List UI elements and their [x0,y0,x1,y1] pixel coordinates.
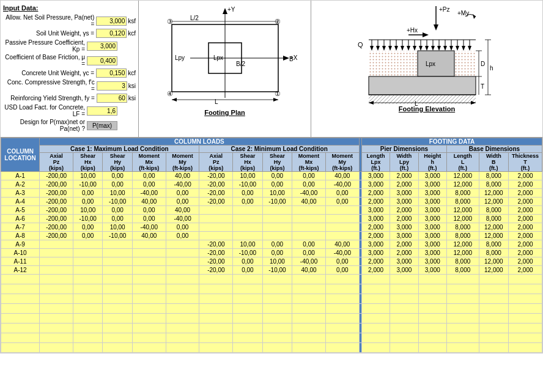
c2-pz[interactable] [199,223,233,232]
empty-cell[interactable] [292,304,326,314]
c1-mx[interactable]: -40,00 [132,223,166,232]
pier-lpx[interactable]: 3,000 [361,215,390,223]
empty-cell[interactable] [73,324,102,333]
pier-lpx[interactable]: 2,000 [361,198,390,206]
empty-cell[interactable] [292,343,326,353]
empty-cell[interactable] [166,314,199,324]
empty-cell[interactable] [40,284,73,294]
base-l[interactable]: 12,000 [446,180,479,189]
pier-lpx[interactable]: 3,000 [361,206,390,215]
c2-pz[interactable]: -20,00 [199,266,233,275]
empty-cell[interactable] [73,314,102,324]
base-l[interactable]: 12,000 [446,172,479,180]
base-b[interactable]: 12,000 [479,232,508,240]
c1-mx[interactable]: 40,00 [132,198,166,206]
c1-hy[interactable]: 10,00 [103,223,132,232]
pier-lpx[interactable]: 3,000 [361,172,390,180]
empty-cell[interactable] [418,294,446,304]
empty-cell[interactable] [233,304,262,314]
pier-h[interactable]: 3,000 [418,232,446,240]
c1-my[interactable] [166,257,199,266]
empty-cell[interactable] [418,304,446,314]
pier-lpy[interactable]: 2,000 [390,206,418,215]
c2-mx[interactable] [292,223,326,232]
c2-mx[interactable]: 0,00 [292,180,326,189]
pier-h[interactable]: 3,000 [418,189,446,198]
empty-cell[interactable] [361,314,390,324]
empty-cell[interactable] [418,324,446,333]
c2-mx[interactable]: -40,00 [292,189,326,198]
empty-cell[interactable] [199,314,233,324]
empty-cell[interactable] [509,284,542,294]
empty-cell[interactable] [262,294,292,304]
input-gamma-c[interactable] [96,68,127,78]
empty-cell[interactable] [325,284,359,294]
empty-cell[interactable] [166,333,199,343]
c2-my[interactable]: 0,00 [325,257,359,266]
c1-hx[interactable]: 10,00 [73,206,102,215]
empty-cell[interactable] [199,284,233,294]
empty-cell[interactable] [509,343,542,353]
empty-cell[interactable] [292,333,326,343]
c1-hx[interactable] [73,266,102,275]
c1-hx[interactable]: 10,00 [73,172,102,180]
c1-hx[interactable] [73,257,102,266]
base-t[interactable]: 2,000 [509,215,542,223]
pier-lpx[interactable]: 3,000 [361,180,390,189]
c2-my[interactable]: -40,00 [325,249,359,257]
c1-my[interactable]: 40,00 [166,206,199,215]
empty-cell[interactable] [361,284,390,294]
c1-mx[interactable] [132,266,166,275]
c1-pz[interactable]: -200,00 [40,198,73,206]
pier-lpy[interactable]: 3,000 [390,223,418,232]
c1-hy[interactable] [103,249,132,257]
pier-lpx[interactable]: 2,000 [361,223,390,232]
c2-my[interactable]: 40,00 [325,240,359,249]
c1-pz[interactable]: -200,00 [40,172,73,180]
c2-hx[interactable] [233,215,262,223]
empty-cell[interactable] [103,343,132,353]
base-l[interactable]: 12,000 [446,215,479,223]
pier-lpx[interactable]: 2,000 [361,257,390,266]
c1-mx[interactable]: 0,00 [132,206,166,215]
c1-mx[interactable]: 40,00 [132,232,166,240]
empty-cell[interactable] [73,343,102,353]
empty-cell[interactable] [166,284,199,294]
c1-pz[interactable]: -200,00 [40,189,73,198]
c1-mx[interactable]: 0,00 [132,215,166,223]
empty-cell[interactable] [418,314,446,324]
c1-hx[interactable]: -10,00 [73,180,102,189]
empty-cell[interactable] [292,324,326,333]
empty-cell[interactable] [361,294,390,304]
input-kp[interactable] [87,42,117,51]
empty-cell[interactable] [325,314,359,324]
empty-cell[interactable] [361,275,390,284]
c1-hy[interactable] [103,257,132,266]
c2-my[interactable]: 0,00 [325,198,359,206]
empty-cell[interactable] [325,343,359,353]
pier-lpy[interactable]: 2,000 [390,180,418,189]
c2-hx[interactable]: 0,00 [233,198,262,206]
c1-hy[interactable]: 0,00 [103,172,132,180]
c2-pz[interactable] [199,215,233,223]
empty-cell[interactable] [325,333,359,343]
pier-lpy[interactable]: 2,000 [390,249,418,257]
c2-hx[interactable]: -10,00 [233,180,262,189]
empty-cell[interactable] [325,324,359,333]
c1-my[interactable] [166,249,199,257]
c1-my[interactable]: 0,00 [166,189,199,198]
empty-cell[interactable] [166,343,199,353]
empty-cell[interactable] [199,275,233,284]
empty-cell[interactable] [361,333,390,343]
c1-hx[interactable]: 0,00 [73,232,102,240]
base-t[interactable]: 2,000 [509,172,542,180]
c2-hy[interactable]: -10,00 [262,266,292,275]
empty-cell[interactable] [509,294,542,304]
empty-cell[interactable] [103,324,132,333]
empty-cell[interactable] [73,304,102,314]
c2-my[interactable] [325,223,359,232]
empty-cell[interactable] [390,314,418,324]
empty-cell[interactable] [262,343,292,353]
base-t[interactable]: 2,000 [509,189,542,198]
c2-mx[interactable]: 0,00 [292,240,326,249]
